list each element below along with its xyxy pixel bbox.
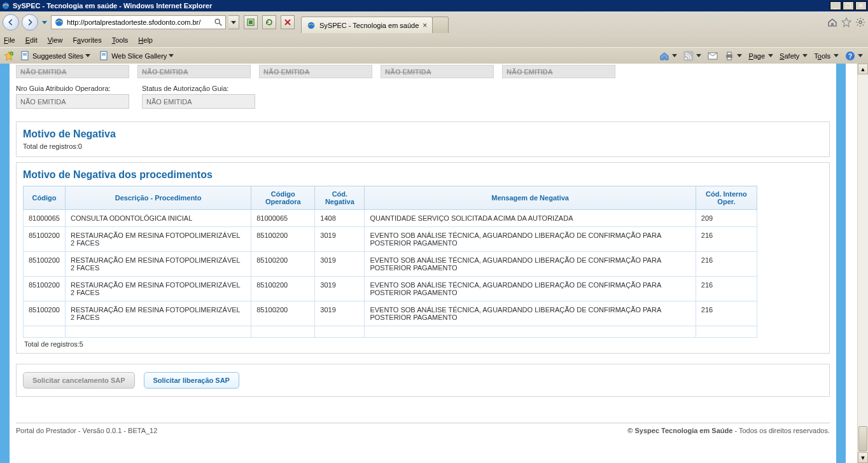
close-button[interactable]: ✕ — [855, 1, 867, 10]
print-split-button[interactable] — [723, 51, 743, 61]
suggested-sites-button[interactable]: Suggested Sites — [18, 50, 93, 62]
forward-button[interactable] — [22, 14, 38, 31]
scroll-thumb[interactable] — [858, 426, 867, 452]
address-dropdown[interactable] — [228, 15, 239, 29]
table-cell: 85100200 — [251, 252, 315, 277]
page-menu-label: Page — [748, 52, 765, 60]
menu-help[interactable]: Help — [138, 36, 153, 44]
col-descricao: Descrição - Procedimento — [66, 186, 251, 210]
col-cod-negativa: Cód. Negativa — [315, 186, 365, 210]
table-cell: 216 — [696, 301, 757, 326]
chevron-down-icon — [802, 54, 808, 57]
ie-icon — [1, 1, 10, 10]
help-icon: ? — [845, 51, 855, 61]
minimize-button[interactable]: _ — [830, 1, 841, 10]
table-cell — [66, 326, 251, 338]
help-split-button[interactable]: ? — [844, 51, 864, 61]
tab-close-icon[interactable]: × — [423, 21, 427, 30]
menu-favorites[interactable]: Favorites — [73, 36, 101, 44]
status-box: NÃO EMITIDA — [259, 65, 372, 78]
search-icon[interactable] — [214, 18, 223, 27]
tab-syspec[interactable]: SySPEC - Tecnologia em saúde × — [301, 17, 433, 33]
col-mensagem: Mensagem de Negativa — [365, 186, 696, 210]
new-tab-button[interactable] — [432, 17, 449, 33]
motivo-negativa-title: Motivo de Negativa — [23, 128, 823, 140]
menu-view[interactable]: View — [48, 36, 63, 44]
back-button[interactable] — [3, 14, 19, 31]
address-bar[interactable] — [51, 15, 226, 29]
table-cell: 3019 — [315, 227, 365, 252]
safety-menu-label: Safety — [780, 52, 799, 60]
window-title: SySPEC - Tecnologia em saúde - Windows I… — [13, 2, 212, 10]
col-cod-interno: Cód. Interno Oper. — [696, 186, 757, 210]
svg-line-17 — [863, 19, 864, 20]
read-mail-button[interactable] — [706, 51, 719, 61]
table-cell: 216 — [696, 227, 757, 252]
page-footer: Portal do Prestador - Versão 0.0.1 - BET… — [16, 422, 830, 434]
scroll-track[interactable] — [858, 74, 868, 452]
table-row: 81000065CONSULTA ODONTOLÓGICA INICIAL810… — [24, 210, 757, 227]
table-cell — [24, 326, 66, 338]
home-icon[interactable] — [827, 17, 837, 27]
col-codigo: Código — [24, 186, 66, 210]
navigation-bar: SySPEC - Tecnologia em saúde × — [0, 11, 868, 33]
menu-file[interactable]: File — [4, 36, 15, 44]
table-cell: 81000065 — [251, 210, 315, 227]
table-cell: RESTAURAÇÃO EM RESINA FOTOPOLIMERIZÁVEL … — [66, 277, 251, 301]
solicitar-liberacao-button[interactable]: Solicitar liberação SAP — [144, 372, 239, 389]
table-cell: 3019 — [315, 301, 365, 326]
page-menu-button[interactable]: Page — [747, 52, 774, 60]
favorites-star-icon[interactable] — [841, 17, 851, 27]
tab-label: SySPEC - Tecnologia em saúde — [319, 22, 419, 29]
favorites-bar: + Suggested Sites Web Slice Gallery Page… — [0, 47, 868, 64]
table-cell: 3019 — [315, 252, 365, 277]
stop-button[interactable] — [281, 15, 295, 29]
menu-edit[interactable]: Edit — [25, 36, 38, 44]
web-slice-button[interactable]: Web Slice Gallery — [97, 50, 176, 62]
table-cell: RESTAURAÇÃO EM RESINA FOTOPOLIMERIZÁVEL … — [66, 301, 251, 326]
mail-icon — [708, 51, 718, 61]
vertical-scrollbar[interactable]: ▲ ▼ — [857, 64, 868, 463]
table-cell: 216 — [696, 252, 757, 277]
table-cell: RESTAURAÇÃO EM RESINA FOTOPOLIMERIZÁVEL … — [66, 252, 251, 277]
svg-point-9 — [859, 21, 862, 24]
svg-text:?: ? — [848, 53, 852, 60]
scroll-up-button[interactable]: ▲ — [858, 64, 868, 74]
svg-rect-5 — [249, 20, 253, 24]
status-box: NÃO EMITIDA — [16, 65, 129, 78]
tools-menu-button[interactable]: Tools — [813, 52, 840, 60]
tools-gear-icon[interactable] — [855, 17, 865, 27]
table-row: 85100200RESTAURAÇÃO EM RESINA FOTOPOLIME… — [24, 227, 757, 252]
table-cell: 81000065 — [24, 210, 66, 227]
table-cell — [251, 326, 315, 338]
maximize-button[interactable]: ❐ — [843, 1, 854, 10]
table-cell: 85100200 — [251, 227, 315, 252]
safety-menu-button[interactable]: Safety — [778, 52, 809, 60]
feeds-split-button[interactable] — [682, 51, 703, 61]
table-cell: EVENTO SOB ANÁLISE TÉCNICA, AGUARDANDO L… — [365, 301, 696, 326]
svg-rect-25 — [102, 55, 106, 55]
scroll-down-button[interactable]: ▼ — [858, 452, 868, 463]
table-cell: QUANTIDADE SERVIÇO SOLICITADA ACIMA DA A… — [365, 210, 696, 227]
url-input[interactable] — [67, 16, 211, 29]
suggested-sites-label: Suggested Sites — [32, 52, 83, 60]
home-split-button[interactable] — [658, 51, 678, 61]
menu-tools[interactable]: Tools — [112, 36, 129, 44]
status-box: NÃO EMITIDA — [381, 65, 494, 78]
motivo-negativa-total: Total de registros:0 — [23, 142, 823, 150]
solicitar-cancelamento-button[interactable]: Solicitar cancelamento SAP — [23, 372, 135, 389]
add-favorite-icon[interactable]: + — [4, 51, 14, 61]
table-cell: 85100200 — [24, 277, 66, 301]
svg-rect-23 — [101, 52, 107, 60]
action-panel: Solicitar cancelamento SAP Solicitar lib… — [16, 364, 830, 397]
guia-form-row: Nro Guia Atribuido Operadora: NÃO EMITID… — [10, 78, 836, 116]
page-icon — [20, 51, 31, 61]
window-titlebar: SySPEC - Tecnologia em saúde - Windows I… — [0, 0, 868, 11]
chevron-down-icon — [858, 54, 863, 57]
refresh-button[interactable] — [262, 15, 276, 29]
recent-pages-dropdown-icon[interactable] — [42, 21, 47, 24]
web-slice-label: Web Slice Gallery — [111, 52, 167, 60]
home-icon — [659, 51, 669, 61]
table-cell — [696, 326, 757, 338]
compat-view-button[interactable] — [244, 15, 258, 29]
